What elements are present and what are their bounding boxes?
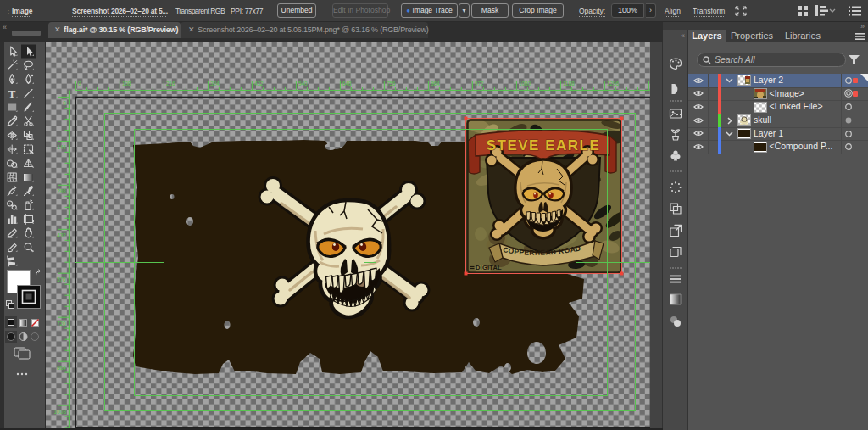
svg-text:432: 432 — [57, 232, 66, 238]
svg-text:972: 972 — [475, 81, 484, 87]
svg-text:576: 576 — [57, 276, 66, 282]
svg-text:0: 0 — [63, 100, 66, 106]
svg-text:T: T — [8, 87, 16, 100]
svg-text:324: 324 — [210, 81, 220, 87]
svg-text:1296: 1296 — [607, 81, 620, 87]
svg-text:864: 864 — [57, 365, 66, 371]
svg-text:720: 720 — [57, 321, 66, 327]
svg-text:216: 216 — [166, 81, 175, 87]
svg-text:1008: 1008 — [54, 409, 67, 415]
svg-text:864: 864 — [431, 81, 440, 87]
svg-text:540: 540 — [298, 81, 308, 87]
svg-text:0: 0 — [78, 81, 81, 87]
svg-text:108: 108 — [122, 81, 131, 87]
svg-text:144: 144 — [57, 144, 66, 150]
svg-text:648: 648 — [342, 81, 352, 87]
svg-text:288: 288 — [57, 188, 66, 194]
svg-text:756: 756 — [387, 81, 396, 87]
svg-text:432: 432 — [254, 81, 264, 87]
svg-text:STEVE EARLE: STEVE EARLE — [487, 137, 601, 154]
svg-text:1188: 1188 — [563, 81, 575, 87]
svg-text:1080: 1080 — [519, 81, 531, 87]
svg-text:DIGITAL: DIGITAL — [476, 264, 502, 271]
